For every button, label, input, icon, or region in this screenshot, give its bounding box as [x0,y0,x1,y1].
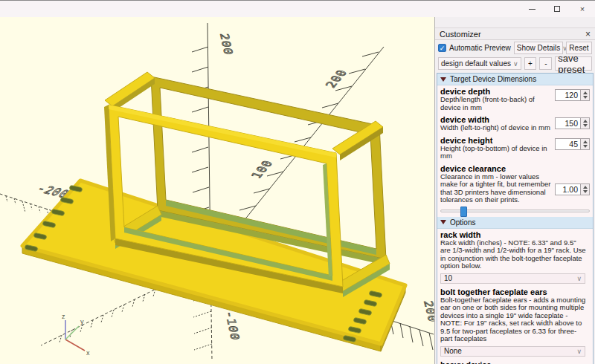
device-height-spinbox[interactable]: 45 [555,138,590,150]
customizer-panel: Customizer × ✓ Automatic Preview Show De… [434,17,595,364]
chevron-down-icon: ∨ [576,275,582,282]
z-axis-label-200: 200 [217,33,235,55]
save-preset-button[interactable]: save preset [555,56,592,71]
device-clearance-spinbox[interactable]: 1.00 [555,183,590,195]
param-description: Clearance in mm - lower values make for … [440,173,552,204]
chevron-down-icon: ∨ [576,348,582,355]
rack-width-select-row: 10 ∨ [437,273,593,286]
param-name: device height [440,136,552,145]
parameter-area: Target Device Dimensions device depth De… [437,73,594,364]
gizmo-x-axis [65,339,85,351]
customizer-title-bar[interactable]: Customizer × [435,27,595,40]
arrow-down-icon [583,96,588,99]
maximize-button[interactable] [544,1,570,16]
device-width-spinbox[interactable]: 150 [555,117,590,129]
arrow-down-icon [583,145,588,148]
param-description: Height (top-to-bottom) of device in mm [440,145,552,160]
bolt-ears-dropdown[interactable]: None ∨ [440,346,585,357]
spinbox-stepper[interactable] [580,138,590,150]
spinbox-stepper[interactable] [580,183,590,195]
param-name: rack width [440,230,587,239]
param-heavy-device: heavy device Heavy device - thickens all… [437,359,593,364]
group-header-options[interactable]: Options [437,217,593,229]
param-device-width: device width Width (left-to-right) of de… [437,114,593,134]
param-device-height: device height Height (top-to-bottom) of … [437,134,593,163]
chevron-down-icon: ∨ [513,60,518,68]
arrow-up-icon [583,91,588,94]
y-axis-label-100: 100 [248,158,276,180]
param-device-clearance: device clearance Clearance in mm - lower… [437,163,593,207]
customizer-title: Customizer [440,30,585,39]
group-header-target-device-dimensions[interactable]: Target Device Dimensions [437,74,593,85]
close-button[interactable]: × [570,1,595,16]
triangle-expanded-icon [440,220,446,224]
device-depth-spinbox[interactable]: 120 [555,89,590,101]
automatic-preview-checkbox[interactable]: ✓ [438,44,446,52]
param-name: heavy device [440,360,587,364]
arrow-up-icon [583,186,588,189]
gizmo-y-axis [65,326,79,339]
openscad-window: × [0,0,595,364]
param-name: bolt together faceplate ears [440,287,587,296]
spinbox-stepper[interactable] [580,117,590,129]
show-details-dropdown[interactable]: Show Details ∨ [514,42,563,54]
arrow-down-icon [583,190,588,193]
customizer-close-icon[interactable]: × [585,29,591,39]
y-axis-label-200: 200 [323,68,350,89]
arrow-down-icon [583,124,588,127]
gizmo-x-label: x [86,349,90,357]
param-description: Depth/length (front-to-back) of device i… [440,96,552,111]
arrow-up-icon [583,120,588,123]
bolt-ears-select-row: None ∨ [437,345,593,359]
minimize-icon [529,9,536,10]
param-bolt-together-faceplate-ears: bolt together faceplate ears Bolt-togeth… [437,286,593,345]
3d-viewport[interactable]: 200 -100 -200 200 100 200 [0,17,434,364]
remove-preset-button[interactable]: - [539,57,552,70]
automatic-preview-label: Automatic Preview [449,44,511,52]
rack-width-dropdown[interactable]: 10 ∨ [440,273,585,284]
maximize-icon [554,6,560,12]
preset-dropdown[interactable]: design default values ∨ [438,57,521,70]
param-description: Bolt-together faceplate ears - adds a mo… [440,296,587,343]
minimize-button[interactable] [519,1,544,16]
triangle-expanded-icon [440,77,446,82]
param-description: Rack width (inches) - NOTE: 6.33" and 9.… [440,239,587,270]
param-description: Width (left-to-right) of device in mm [440,124,552,132]
customizer-toolbar-row-2: design default values ∨ + - save preset [435,56,595,71]
spinbox-stepper[interactable] [580,89,590,101]
param-name: device clearance [440,164,552,173]
3d-scene: 200 -100 -200 200 100 200 [0,17,434,360]
device-clearance-slider-row [437,207,593,217]
slider-track[interactable] [440,209,590,212]
gizmo-z-label: z [62,313,65,320]
add-preset-button[interactable]: + [524,57,537,70]
title-bar: × [0,1,595,17]
close-icon: × [580,4,585,13]
x-axis-label-200: 200 [421,301,434,323]
z-axis-label-neg100: -100 [222,311,242,340]
slider-handle[interactable] [460,207,467,217]
arrow-up-icon [583,140,588,143]
gizmo-y-label: y [80,318,84,325]
rack-bracket-model [22,72,405,351]
param-rack-width: rack width Rack width (inches) - NOTE: 6… [437,229,593,273]
param-device-depth: device depth Depth/length (front-to-back… [437,85,593,114]
